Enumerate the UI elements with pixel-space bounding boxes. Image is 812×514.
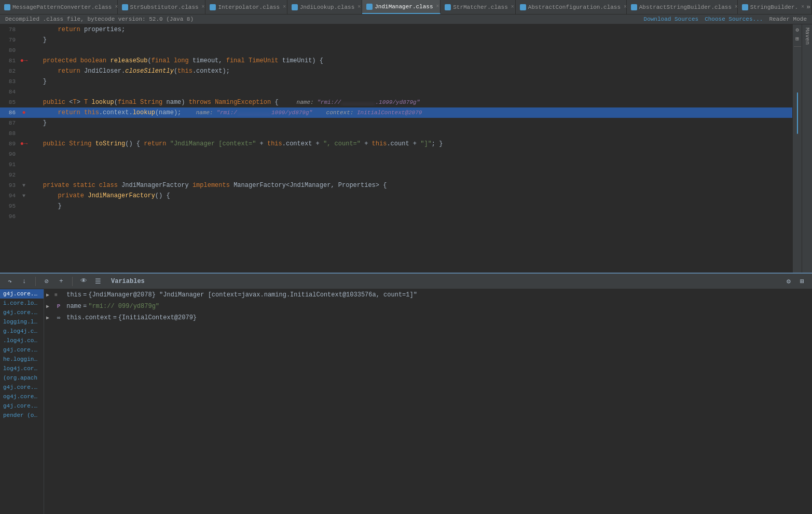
divider-right (794, 46, 801, 47)
var-eq-context: = (113, 314, 117, 321)
call-stack-item-7[interactable]: he.logging.lc (0, 355, 44, 364)
line-num-93: 93 (0, 182, 20, 188)
call-stack-item-9[interactable]: (org.apach (0, 373, 44, 383)
call-stack-item-0[interactable]: g4j.core.net. (0, 289, 44, 299)
var-value-this: {JndiManager@2078} "JndiManager [context… (88, 291, 417, 299)
line-num-83: 83 (0, 78, 20, 85)
call-stack-item-12[interactable]: g4j.core.layc (0, 401, 44, 411)
step-into-btn[interactable]: ↓ (19, 276, 30, 287)
line-content-81: protected boolean releaseSub(final long … (28, 57, 792, 64)
maven-sidebar[interactable]: Maven (802, 24, 812, 273)
bottom-panel: ↷ ↓ ⊘ + 👁 ☰ Variables ⚙ ⊞ g4j.core.net. … (0, 273, 812, 514)
add-btn[interactable]: + (56, 276, 67, 287)
tab-close-StrMatcher[interactable]: × (511, 4, 514, 10)
var-eq-this: = (83, 291, 87, 299)
line-content-86: return this.context.lookup(name); name: … (28, 109, 792, 116)
var-eq-name: = (83, 303, 87, 310)
tab-icon-Interpolator (210, 4, 216, 10)
step-over-btn[interactable]: ↷ (4, 276, 16, 287)
variables-title: Variables (111, 278, 145, 285)
line-content-89: public String toString() { return "JndiM… (28, 140, 792, 147)
code-line-94: 94 ▼ private JndiManagerFactory() { (0, 191, 792, 201)
var-value-context: {InitialContext@2079} (118, 314, 197, 321)
call-stack-item-13[interactable]: pender (org (0, 411, 44, 420)
call-stack-item-8[interactable]: log4j.core.p (0, 364, 44, 373)
call-stack-item-4[interactable]: g.log4j.core (0, 327, 44, 336)
call-stack-item-10[interactable]: g4j.core.layc (0, 383, 44, 392)
settings-panel-btn[interactable]: ⚙ (783, 276, 794, 287)
var-row-name[interactable]: ▶ P name = "rmi:// 099/yd879g" (44, 301, 812, 312)
tab-StrMatcher[interactable]: StrMatcher.class × (441, 0, 516, 14)
tab-close-StringBuilder[interactable]: × (801, 4, 804, 10)
tab-more-icon[interactable]: » (806, 3, 810, 11)
watch-btn[interactable]: 👁 (78, 276, 89, 287)
tab-close-JndiLookup[interactable]: × (357, 4, 361, 10)
code-line-80: 80 (0, 45, 792, 56)
call-stack-panel[interactable]: g4j.core.net. i.core.looky g4j.core.look… (0, 289, 44, 514)
line-marker-89: ●→ (20, 140, 28, 147)
tab-label-AbstractStringBuilder: AbstractStringBuilder.class (639, 4, 732, 10)
call-stack-item-5[interactable]: .log4j.core. (0, 336, 44, 345)
code-line-78: 78 return properties; (0, 24, 792, 35)
var-row-this[interactable]: ▶ ≡ this = {JndiManager@2078} "JndiManag… (44, 289, 812, 301)
tab-label-StrMatcher: StrMatcher.class (453, 4, 508, 10)
tab-StringBuilder[interactable]: StringBuilder. × » (738, 0, 812, 14)
line-num-87: 87 (0, 120, 20, 126)
tab-close-Interpolator[interactable]: × (283, 4, 286, 10)
maven-label[interactable]: Maven (804, 28, 810, 45)
tab-MessagePatternConverter[interactable]: MessagePatternConverter.class × (0, 0, 118, 14)
tab-Interpolator[interactable]: Interpolator.class × (205, 0, 287, 14)
code-area[interactable]: 78 return properties; 79 } 80 81 ●→ (0, 24, 792, 273)
code-line-89: 89 ●→ public String toString() { return … (0, 139, 792, 149)
line-num-78: 78 (0, 26, 20, 33)
param-icon: P (54, 303, 63, 309)
code-line-83: 83 } (0, 76, 792, 87)
var-expand-this[interactable]: ▶ (46, 292, 54, 298)
breakpoint-arrow-icon-89: ●→ (20, 140, 27, 147)
tab-label-Interpolator: Interpolator.class (218, 4, 280, 10)
filter-btn[interactable]: ⊘ (41, 276, 52, 287)
settings-icon[interactable]: ⚙ (795, 26, 799, 33)
info-bar: Decompiled .class file, bytecode version… (0, 15, 812, 24)
layout-icon[interactable]: ⊞ (795, 35, 799, 42)
code-line-92: 92 (0, 170, 792, 180)
line-content-78: return properties; (28, 26, 792, 33)
var-name-context: this.context (63, 314, 112, 321)
var-row-context[interactable]: ▶ ∞ this.context = {InitialContext@2079} (44, 312, 812, 323)
line-num-91: 91 (0, 161, 20, 168)
call-stack-item-6[interactable]: g4j.core.loc (0, 345, 44, 355)
line-marker-93: ▼ (20, 181, 28, 190)
tab-close-StrSubstitutor[interactable]: × (202, 4, 205, 10)
choose-sources-link[interactable]: Choose Sources... (705, 16, 763, 22)
tab-JndiLookup[interactable]: JndiLookup.class × (287, 0, 363, 14)
var-expand-name[interactable]: ▶ (46, 303, 54, 309)
tab-AbstractStringBuilder[interactable]: AbstractStringBuilder.class × (627, 0, 738, 14)
call-stack-item-3[interactable]: logging.log4 (0, 317, 44, 327)
call-stack-item-11[interactable]: og4j.core.lay (0, 392, 44, 401)
line-num-84: 84 (0, 89, 20, 95)
var-value-name: "rmi:// 099/yd879g" (88, 303, 159, 310)
tab-JndiManager[interactable]: JndiManager.class × (362, 0, 441, 14)
reader-mode-link[interactable]: Reader Mode (769, 16, 807, 22)
var-expand-this2[interactable]: ≡ (54, 292, 63, 298)
bottom-toolbar: ↷ ↓ ⊘ + 👁 ☰ Variables ⚙ ⊞ (0, 274, 812, 289)
var-name-name: name (63, 303, 81, 310)
tab-icon-StringBuilder (742, 4, 748, 10)
fold-icon-93[interactable]: ▼ (20, 181, 28, 190)
tab-AbstractConfiguration[interactable]: AbstractConfiguration.class × (516, 0, 627, 14)
right-margin-panel: ⚙ ⊞ (792, 24, 802, 273)
fold-icon-94[interactable]: ▼ (20, 192, 28, 200)
download-sources-link[interactable]: Download Sources (644, 16, 699, 22)
breakpoint-arrow-icon-81: ●→ (20, 57, 27, 64)
tab-StrSubstitutor[interactable]: StrSubstitutor.class × (118, 0, 206, 14)
call-stack-item-1[interactable]: i.core.looky (0, 299, 44, 308)
list-view-btn[interactable]: ☰ (92, 276, 104, 287)
var-expand-context[interactable]: ▶ (46, 315, 54, 321)
variables-panel[interactable]: ▶ ≡ this = {JndiManager@2078} "JndiManag… (44, 289, 812, 514)
call-stack-item-2[interactable]: g4j.core.look (0, 308, 44, 317)
layout-panel-btn[interactable]: ⊞ (796, 276, 808, 287)
line-content-85: public <T> T lookup(final String name) t… (28, 99, 792, 106)
tab-close-JndiManager[interactable]: × (436, 4, 439, 9)
tab-label-JndiManager: JndiManager.class (375, 4, 433, 10)
code-line-91: 91 (0, 159, 792, 170)
